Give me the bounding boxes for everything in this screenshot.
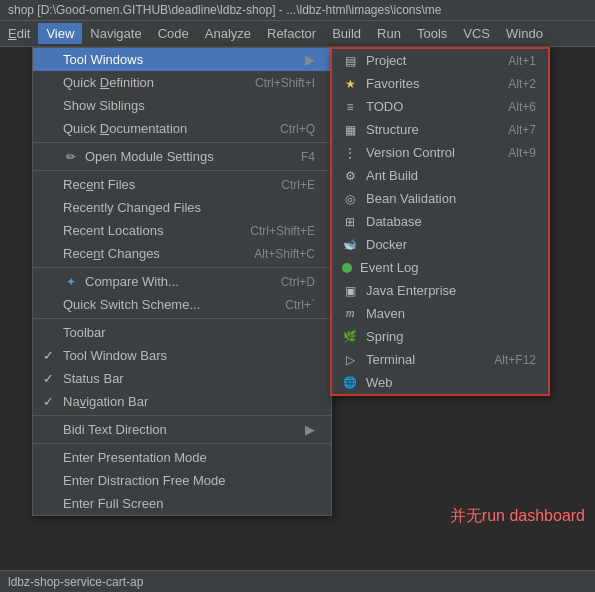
settings-icon: ✏: [63, 150, 79, 164]
menu-quick-documentation-label: Quick Documentation: [63, 121, 187, 136]
menu-enter-distraction[interactable]: Enter Distraction Free Mode: [33, 469, 331, 492]
submenu-todo[interactable]: ≡ TODO Alt+6: [332, 95, 548, 118]
submenu-arrow-icon: ▶: [305, 52, 315, 67]
ant-icon: ⚙: [342, 169, 358, 183]
docker-icon: 🐋: [342, 238, 358, 251]
menu-status-bar-label: Status Bar: [63, 371, 124, 386]
menu-compare-with[interactable]: ✦ Compare With... Ctrl+D: [33, 270, 331, 293]
menu-enter-presentation[interactable]: Enter Presentation Mode: [33, 446, 331, 469]
submenu-version-control-shortcut: Alt+9: [488, 146, 536, 160]
menu-recent-locations-shortcut: Ctrl+Shift+E: [220, 224, 315, 238]
web-icon: 🌐: [342, 376, 358, 389]
menu-edit[interactable]: Edit: [0, 23, 38, 44]
menu-quick-switch[interactable]: Quick Switch Scheme... Ctrl+`: [33, 293, 331, 316]
submenu-spring-label: Spring: [366, 329, 404, 344]
title-bar: shop [D:\Good-omen.GITHUB\deadline\ldbz-…: [0, 0, 595, 21]
menu-recent-files-label: Recent Files: [63, 177, 135, 192]
submenu-web[interactable]: 🌐 Web: [332, 371, 548, 394]
menu-refactor[interactable]: Refactor: [259, 23, 324, 44]
menu-navigation-bar[interactable]: ✓ Navigation Bar: [33, 390, 331, 413]
separator-2: [33, 170, 331, 171]
maven-icon: m: [342, 306, 358, 321]
submenu-structure[interactable]: ▦ Structure Alt+7: [332, 118, 548, 141]
submenu-java-enterprise[interactable]: ▣ Java Enterprise: [332, 279, 548, 302]
menu-navigate[interactable]: Navigate: [82, 23, 149, 44]
menu-analyze[interactable]: Analyze: [197, 23, 259, 44]
menu-bidi-text[interactable]: Bidi Text Direction ▶: [33, 418, 331, 441]
event-log-dot-icon: [342, 263, 352, 273]
menu-quick-switch-label: Quick Switch Scheme...: [63, 297, 200, 312]
separator-1: [33, 142, 331, 143]
submenu-terminal[interactable]: ▷ Terminal Alt+F12: [332, 348, 548, 371]
menu-toolbar[interactable]: Toolbar: [33, 321, 331, 344]
submenu-ant-build-label: Ant Build: [366, 168, 418, 183]
menu-tool-windows[interactable]: Tool Windows ▶: [33, 48, 331, 71]
submenu-database[interactable]: ⊞ Database: [332, 210, 548, 233]
submenu-terminal-label: Terminal: [366, 352, 415, 367]
bottom-bar-text: ldbz-shop-service-cart-ap: [8, 575, 143, 589]
menu-enter-distraction-label: Enter Distraction Free Mode: [63, 473, 226, 488]
submenu-bean-validation[interactable]: ◎ Bean Validation: [332, 187, 548, 210]
separator-3: [33, 267, 331, 268]
menu-tool-windows-label: Tool Windows: [63, 52, 143, 67]
submenu-event-log-label: Event Log: [360, 260, 419, 275]
submenu-favorites-label: Favorites: [366, 76, 419, 91]
menu-recent-changes[interactable]: Recent Changes Alt+Shift+C: [33, 242, 331, 265]
no-run-dashboard-text: 并无run dashboard: [450, 506, 585, 527]
submenu-todo-label: TODO: [366, 99, 403, 114]
menu-run[interactable]: Run: [369, 23, 409, 44]
menu-build[interactable]: Build: [324, 23, 369, 44]
menu-recently-changed-label: Recently Changed Files: [63, 200, 201, 215]
structure-icon: ▦: [342, 123, 358, 137]
menu-quick-definition[interactable]: Quick Definition Ctrl+Shift+I: [33, 71, 331, 94]
submenu-event-log[interactable]: Event Log: [332, 256, 548, 279]
main-area: Tool Windows ▶ Quick Definition Ctrl+Shi…: [0, 47, 595, 587]
menu-recently-changed[interactable]: Recently Changed Files: [33, 196, 331, 219]
submenu-version-control[interactable]: ⋮ Version Control Alt+9: [332, 141, 548, 164]
compare-icon: ✦: [63, 275, 79, 289]
menu-recent-locations[interactable]: Recent Locations Ctrl+Shift+E: [33, 219, 331, 242]
menu-open-module-settings-shortcut: F4: [271, 150, 315, 164]
menu-tool-window-bars[interactable]: ✓ Tool Window Bars: [33, 344, 331, 367]
menu-recent-locations-label: Recent Locations: [63, 223, 163, 238]
submenu-project[interactable]: ▤ Project Alt+1: [332, 49, 548, 72]
title-text: shop [D:\Good-omen.GITHUB\deadline\ldbz-…: [8, 3, 442, 17]
menu-open-module-settings-label: Open Module Settings: [85, 149, 214, 164]
menu-code[interactable]: Code: [150, 23, 197, 44]
database-icon: ⊞: [342, 215, 358, 229]
menu-recent-files[interactable]: Recent Files Ctrl+E: [33, 173, 331, 196]
menu-view[interactable]: View: [38, 23, 82, 44]
menu-enter-fullscreen[interactable]: Enter Full Screen: [33, 492, 331, 515]
submenu-maven-label: Maven: [366, 306, 405, 321]
menu-status-bar[interactable]: ✓ Status Bar: [33, 367, 331, 390]
submenu-favorites[interactable]: ★ Favorites Alt+2: [332, 72, 548, 95]
submenu-maven[interactable]: m Maven: [332, 302, 548, 325]
view-dropdown: Tool Windows ▶ Quick Definition Ctrl+Shi…: [32, 47, 332, 516]
submenu-structure-label: Structure: [366, 122, 419, 137]
submenu-spring[interactable]: 🌿 Spring: [332, 325, 548, 348]
menu-quick-documentation[interactable]: Quick Documentation Ctrl+Q: [33, 117, 331, 140]
submenu-structure-shortcut: Alt+7: [488, 123, 536, 137]
submenu-project-shortcut: Alt+1: [488, 54, 536, 68]
menu-window[interactable]: Windo: [498, 23, 551, 44]
menu-show-siblings-label: Show Siblings: [63, 98, 145, 113]
menu-compare-with-label: Compare With...: [85, 274, 179, 289]
version-control-icon: ⋮: [342, 146, 358, 160]
menu-open-module-settings[interactable]: ✏ Open Module Settings F4: [33, 145, 331, 168]
menu-show-siblings[interactable]: Show Siblings: [33, 94, 331, 117]
separator-4: [33, 318, 331, 319]
menu-enter-presentation-label: Enter Presentation Mode: [63, 450, 207, 465]
menu-compare-with-shortcut: Ctrl+D: [251, 275, 315, 289]
menu-recent-changes-label: Recent Changes: [63, 246, 160, 261]
submenu-docker[interactable]: 🐋 Docker: [332, 233, 548, 256]
menu-quick-documentation-shortcut: Ctrl+Q: [250, 122, 315, 136]
submenu-docker-label: Docker: [366, 237, 407, 252]
submenu-todo-shortcut: Alt+6: [488, 100, 536, 114]
submenu-ant-build[interactable]: ⚙ Ant Build: [332, 164, 548, 187]
check-icon-tool-window-bars: ✓: [43, 348, 54, 363]
tool-windows-submenu: ▤ Project Alt+1 ★ Favorites Alt+2 ≡ TODO…: [330, 47, 550, 396]
menu-recent-files-shortcut: Ctrl+E: [251, 178, 315, 192]
menu-vcs[interactable]: VCS: [455, 23, 498, 44]
menu-tools[interactable]: Tools: [409, 23, 455, 44]
java-enterprise-icon: ▣: [342, 284, 358, 298]
